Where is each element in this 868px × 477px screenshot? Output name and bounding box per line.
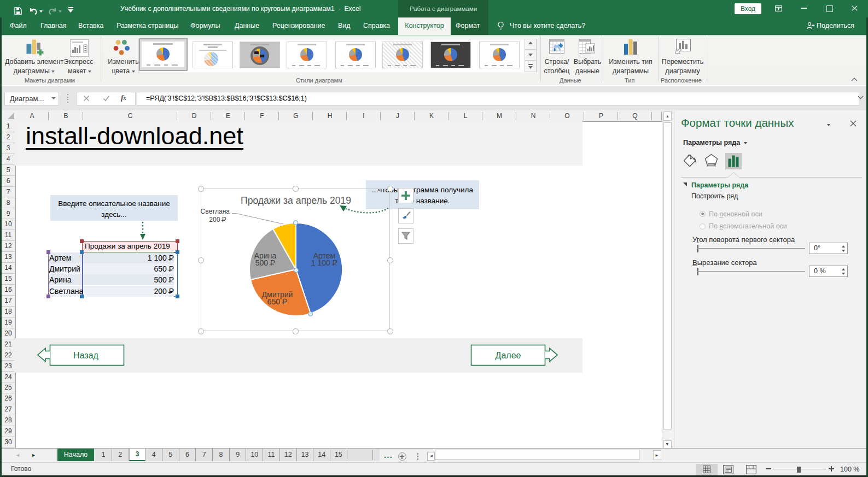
- svg-text:Назад: Назад: [73, 351, 99, 360]
- svg-text:Далее: Далее: [496, 351, 521, 360]
- svg-text:Продажи за апрель 2019: Продажи за апрель 2019: [241, 195, 351, 206]
